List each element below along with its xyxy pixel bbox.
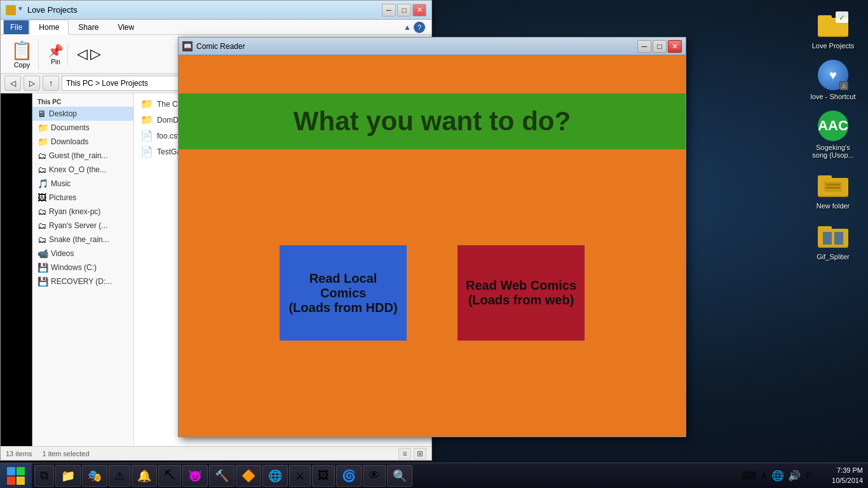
read-local-button[interactable]: Read Local Comics(Loads from HDD) — [280, 245, 407, 341]
taskbar-spiral[interactable]: 🌀 — [336, 465, 362, 487]
nav-back-btn[interactable]: ◁ — [4, 76, 21, 91]
desktop-icon-gif-spliter[interactable]: Gif_Spliter — [808, 217, 858, 263]
pin-btn[interactable]: 📌 Pin — [48, 43, 64, 65]
sogeking-label: Sogeking's song (Usop... — [810, 144, 856, 159]
notification-icon: 🔔 — [137, 469, 151, 483]
taskbar-demon[interactable]: 😈 — [182, 465, 208, 487]
vlc-icon: 🔶 — [241, 469, 255, 483]
grid-view-btn[interactable]: ⊞ — [414, 448, 426, 459]
taskbar-items: ⧉ 📁 🎭 ⚠ 🔔 ⛏ 😈 🔨 🔶 — [32, 465, 736, 487]
drama-icon: 🎭 — [88, 469, 102, 483]
list-view-btn[interactable]: ≡ — [398, 448, 411, 459]
address-bar-text: This PC > Love Projects — [66, 79, 148, 88]
sidebar-item-ryans-server[interactable]: 🗂 Ryan's Server (... — [32, 219, 133, 233]
desktop-icon-sogeking[interactable]: AAC Sogeking's song (Usop... — [808, 108, 858, 161]
back-ribbon-btn[interactable]: ◁ — [77, 46, 88, 62]
desktop-icon-love-shortcut[interactable]: ♥ love - Shortcut — [808, 57, 858, 103]
sidebar-item-desktop[interactable]: 🖥 Desktop — [32, 107, 133, 121]
taskbar-app-notification[interactable]: 🔔 — [132, 465, 157, 487]
taskbar-tool[interactable]: 🔨 — [209, 465, 234, 487]
thechat-folder-icon: 📁 — [140, 98, 153, 110]
cr-title-left: 📖 Comic Reader — [182, 41, 245, 51]
collapse-ribbon-btn[interactable]: ▲ — [403, 23, 411, 32]
read-web-button[interactable]: Read Web Comics(Loads from web) — [458, 245, 585, 341]
taskbar-file-explorer[interactable]: 📁 — [55, 465, 81, 487]
taskbar-app-alert[interactable]: ⚠ — [109, 465, 130, 487]
status-bar: 13 items 1 item selected ≡ ⊞ — [1, 446, 431, 460]
ryans-server-icon: 🗂 — [37, 220, 46, 231]
taskbar-app-drama[interactable]: 🎭 — [82, 465, 107, 487]
taskbar-search[interactable]: 🔍 — [387, 465, 412, 487]
svg-rect-14 — [823, 232, 832, 245]
tray-flag-icon[interactable]: 🏳 — [804, 470, 815, 482]
desktop: ✓ Love Projects ♥ love - Shortcut AAC So… — [0, 0, 868, 488]
tray-keyboard-icon[interactable]: ⌨ — [742, 470, 756, 482]
sidebar-item-videos[interactable]: 📹 Videos — [32, 247, 133, 261]
windows-c-icon: 💾 — [37, 262, 48, 273]
sidebar-item-pictures[interactable]: 🖼 Pictures — [32, 191, 133, 205]
tray-network-icon[interactable]: 🌐 — [771, 470, 784, 482]
taskbar: ⧉ 📁 🎭 ⚠ 🔔 ⛏ 😈 🔨 🔶 — [0, 463, 868, 488]
cr-top-bar — [179, 55, 686, 93]
cr-maximize-btn[interactable]: □ — [653, 40, 667, 53]
system-clock[interactable]: 7:39 PM 10/5/2014 — [818, 466, 863, 485]
search-icon: 🔍 — [393, 469, 407, 483]
desktop-icon-love-projects[interactable]: ✓ Love Projects — [808, 6, 858, 52]
nav-forward-btn[interactable]: ▷ — [24, 76, 40, 91]
cr-close-btn[interactable]: ✕ — [668, 40, 682, 53]
forward-ribbon-btn[interactable]: ▷ — [90, 46, 101, 62]
cr-buttons-area: Read Local Comics(Loads from HDD) Read W… — [179, 149, 686, 437]
sidebar-item-recovery-d[interactable]: 💾 RECOVERY (D:... — [32, 274, 133, 288]
this-pc-label: This PC — [32, 96, 133, 107]
nav-up-btn[interactable]: ↑ — [43, 76, 59, 91]
lua-file-icon: 📄 — [140, 146, 153, 158]
tray-expand-icon[interactable]: ∧ — [760, 470, 768, 482]
taskbar-vlc[interactable]: 🔶 — [236, 465, 261, 487]
videos-icon: 📹 — [37, 248, 48, 259]
eye-icon: 👁 — [369, 469, 380, 482]
minimize-button[interactable]: ─ — [382, 4, 396, 17]
sidebar-item-downloads[interactable]: 📁 Downloads — [32, 135, 133, 149]
item-count: 13 items — [6, 450, 32, 458]
domdom-folder-icon: 📁 — [140, 114, 153, 126]
guest-icon: 🗂 — [37, 151, 46, 161]
sidebar: This PC 🖥 Desktop 📁 Documents 📁 Download… — [32, 93, 134, 446]
love-shortcut-icon: ♥ — [818, 60, 848, 90]
minecraft-icon: ⛏ — [164, 469, 175, 482]
love-shortcut-label: love - Shortcut — [811, 93, 856, 100]
taskbar-tray: ⌨ ∧ 🌐 🔊 🏳 7:39 PM 10/5/2014 — [736, 463, 868, 489]
cr-body: What you want to do? Read Local Comics(L… — [179, 55, 686, 437]
alert-icon: ⚠ — [114, 469, 125, 483]
view-controls: ≡ ⊞ — [398, 448, 426, 459]
tab-view[interactable]: View — [108, 20, 144, 34]
taskbar-minecraft[interactable]: ⛏ — [158, 465, 181, 487]
tray-sound-icon[interactable]: 🔊 — [788, 470, 801, 482]
sidebar-item-music[interactable]: 🎵 Music — [32, 177, 133, 191]
sidebar-item-knex[interactable]: 🗂 Knex O_O (the... — [32, 163, 133, 177]
sidebar-item-snake[interactable]: 🗂 Snake (the_rain... — [32, 233, 133, 247]
tab-home[interactable]: Home — [29, 20, 69, 35]
close-button[interactable]: ✕ — [412, 4, 426, 17]
new-folder-label: New folder — [817, 202, 850, 210]
knex-icon: 🗂 — [37, 165, 46, 175]
taskbar-gallery[interactable]: 🖼 — [312, 465, 335, 487]
taskbar-task-view[interactable]: ⧉ — [34, 465, 54, 487]
copy-label[interactable]: Copy — [14, 61, 31, 69]
maximize-button[interactable]: □ — [397, 4, 411, 17]
tab-share[interactable]: Share — [69, 20, 108, 34]
taskbar-sword[interactable]: ⚔ — [289, 465, 311, 487]
desktop-icon-new-folder[interactable]: New folder — [808, 166, 858, 212]
ryan-icon: 🗂 — [37, 207, 46, 217]
sidebar-item-ryan[interactable]: 🗂 Ryan (knex-pc) — [32, 205, 133, 219]
sidebar-item-guest[interactable]: 🗂 Guest (the_rain... — [32, 149, 133, 163]
help-button[interactable]: ? — [414, 22, 425, 33]
snake-icon: 🗂 — [37, 234, 46, 245]
tab-file[interactable]: File — [3, 20, 29, 35]
taskbar-chrome[interactable]: 🌐 — [262, 465, 288, 487]
sidebar-item-windows-c[interactable]: 💾 Windows (C:) — [32, 261, 133, 274]
desktop-icons-panel: ✓ Love Projects ♥ love - Shortcut AAC So… — [804, 0, 862, 263]
taskbar-eye[interactable]: 👁 — [363, 465, 386, 487]
cr-minimize-btn[interactable]: ─ — [637, 40, 651, 53]
sidebar-item-documents[interactable]: 📁 Documents — [32, 121, 133, 135]
start-button[interactable] — [0, 463, 32, 489]
